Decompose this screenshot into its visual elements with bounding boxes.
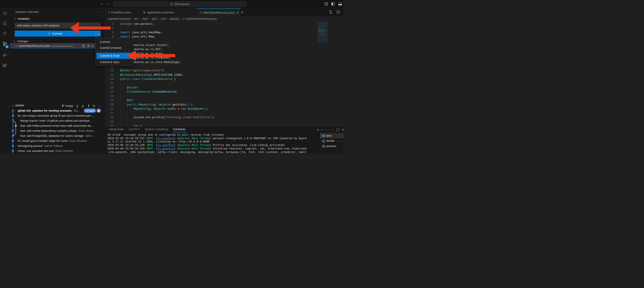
nav-forward-icon[interactable]: → [106, 1, 110, 6]
menu-item-commit-amend-[interactable]: Commit (Amend) [96, 45, 134, 51]
code-token: 59-xlfp9' consumer group and is configur… [107, 133, 224, 136]
new-terminal-icon[interactable]: + [317, 128, 319, 132]
code-token: out [146, 116, 150, 119]
tab-EmailStore.java[interactable]: JEmailStore.java [105, 8, 140, 16]
line-number: 16 [105, 85, 114, 89]
changed-file-row[interactable]: J ClaimStatsResource.java src/main/java/… [10, 43, 105, 48]
workspace-search-box[interactable]: (Workspace) [114, 1, 246, 6]
menu-icon[interactable] [2, 11, 8, 16]
breadcrumb-item[interactable]: src [134, 17, 138, 20]
graph-commit-row[interactable]: feat: add Kafka-powered email inbox with… [10, 123, 105, 128]
tab-ClaimStatsResource.java[interactable]: JClaimStatsResource.javaU✕ [197, 8, 240, 16]
stage-changes-icon[interactable]: + [92, 44, 94, 48]
graph-commit-row[interactable]: fix: install gzip in builder stage for m… [10, 138, 105, 143]
breadcrumb-item[interactable]: parasol [170, 17, 179, 20]
breadcrumb-item[interactable]: parasol-insurance [109, 17, 130, 20]
toggle-sidebar-icon[interactable] [331, 2, 335, 6]
code-token: { [140, 124, 142, 126]
code-token: @Inject [127, 86, 139, 89]
commit-message: feat: add redhat dependency analytics pl… [20, 129, 77, 132]
breadcrumb-item[interactable]: com [161, 17, 166, 20]
graph-commit-row[interactable]: feat: add redhat dependency analytics pl… [10, 128, 105, 133]
split-editor-icon[interactable] [336, 10, 340, 14]
explorer-icon[interactable] [2, 21, 8, 26]
code-line: 19 @GET [105, 98, 344, 102]
code-editor[interactable]: 1package com.parasol;23import java.util.… [105, 21, 344, 126]
terminal-session-podman[interactable]: podman [320, 144, 344, 149]
breadcrumb-item[interactable]: ClaimStatsResource.java [186, 17, 217, 20]
menu-item-commit[interactable]: Commit [96, 39, 134, 45]
graph-commit-row[interactable]: reimagining parasolJames Falkner [10, 143, 105, 148]
graph-commit-row[interactable]: fix: use unique consumer group ID per po… [10, 113, 105, 118]
code-token: () [203, 107, 206, 110]
code-line: 2 [105, 26, 344, 30]
code-token: @GET [127, 98, 134, 102]
breadcrumb[interactable]: parasol-insurance›src›main›java›com›para… [109, 16, 217, 21]
pull-icon[interactable] [82, 104, 84, 108]
graph-more-actions-icon[interactable]: ··· [98, 104, 102, 108]
java-icon: J [108, 10, 110, 14]
code-token: jakarta.ws.rs.core.MediaType; [132, 60, 181, 64]
tab-label: ClaimStatsResource.java [202, 11, 234, 14]
extensions-icon[interactable] [2, 63, 8, 68]
changed-file-path: src/main/java/com/… [52, 45, 75, 47]
code-line: 18 [105, 94, 344, 98]
run-debug-icon[interactable] [2, 52, 8, 57]
search-view-icon[interactable] [2, 31, 8, 36]
nav-back-icon[interactable]: ← [100, 1, 104, 6]
code-token: = [178, 107, 181, 110]
tab-application.properties[interactable]: ⚙application.properties [140, 8, 197, 16]
open-file-icon[interactable] [82, 44, 85, 47]
open-changes-icon[interactable] [329, 10, 332, 14]
code-token: ( [135, 73, 137, 76]
panel-more-actions-icon[interactable]: ··· [97, 10, 101, 14]
graph-commit-row[interactable]: Merge branch 'main' of github.com:redhat… [10, 118, 105, 123]
minimap[interactable] [318, 22, 328, 43]
push-icon[interactable] [87, 104, 90, 108]
graph-auto-toggle[interactable]: Auto [62, 104, 71, 108]
session-label: devfile: … [326, 139, 339, 142]
graph-chevron-icon[interactable] [12, 105, 14, 106]
customize-layout-icon[interactable] [324, 2, 328, 6]
panel-tab-TERMINAL[interactable]: TERMINAL [172, 128, 186, 131]
breadcrumb-item[interactable]: java [152, 17, 157, 20]
changes-group-chevron-icon[interactable] [13, 40, 15, 42]
changes-section-chevron-icon[interactable] [14, 17, 16, 20]
terminal-session-devfile: …[interactable]: devfile: … [320, 138, 344, 144]
target-icon[interactable]: ◎ [70, 104, 73, 108]
code-token [120, 116, 134, 119]
branch-badge-main[interactable]: ◎main [84, 109, 96, 113]
panel-tab-DEBUG CONSOLE[interactable]: DEBUG CONSOLE [145, 128, 168, 131]
code-token: ] ( [174, 137, 179, 140]
java-icon: J [200, 11, 201, 14]
graph-commit-row[interactable]: chore: use standard dev portEvan Shortis… [10, 148, 105, 153]
code-line: 15 [105, 81, 344, 85]
close-icon[interactable]: ✕ [242, 11, 244, 14]
changes-group-label[interactable]: Changes [17, 40, 28, 43]
toggle-panel-icon[interactable] [338, 2, 342, 6]
graph-commit-row[interactable]: feat: add PostgreSQL database for claims… [10, 133, 105, 138]
terminal-output[interactable]: 59-xlfp9' consumer group and is configur… [107, 133, 318, 154]
code-token: ( [164, 116, 166, 119]
panel-tab-OUTPUT[interactable]: OUTPUT [129, 128, 140, 131]
breadcrumb-separator-icon: › [181, 17, 182, 20]
cloud-badge-icon[interactable]: ☁ [96, 109, 101, 113]
code-token: String [140, 107, 150, 110]
code-token: ) Installed features: [agroal, cdi, hibe… [210, 147, 307, 150]
code-token: INFO [146, 147, 153, 150]
code-token: { [174, 77, 176, 80]
terminal-session-java[interactable]: java [320, 133, 344, 138]
panel-tab-PROBLEMS[interactable]: PROBLEMS [109, 128, 124, 131]
refresh-icon[interactable]: ↻ [93, 104, 96, 108]
container-cube-icon [322, 134, 325, 137]
code-token: String [146, 103, 156, 106]
discard-changes-icon[interactable]: ↺ [87, 44, 90, 48]
fetch-icon[interactable] [76, 104, 79, 108]
graph-commit-row[interactable]: gitlab init: updates for starting scenar… [10, 108, 105, 113]
java-file-icon: J [15, 44, 17, 48]
code-token: Object [154, 107, 164, 110]
breadcrumb-item[interactable]: main [142, 17, 148, 20]
title-bar: ← → (Workspace) [0, 0, 344, 8]
code-token: [ [153, 147, 158, 150]
code-token: Quarkus Main Thread [179, 144, 210, 147]
